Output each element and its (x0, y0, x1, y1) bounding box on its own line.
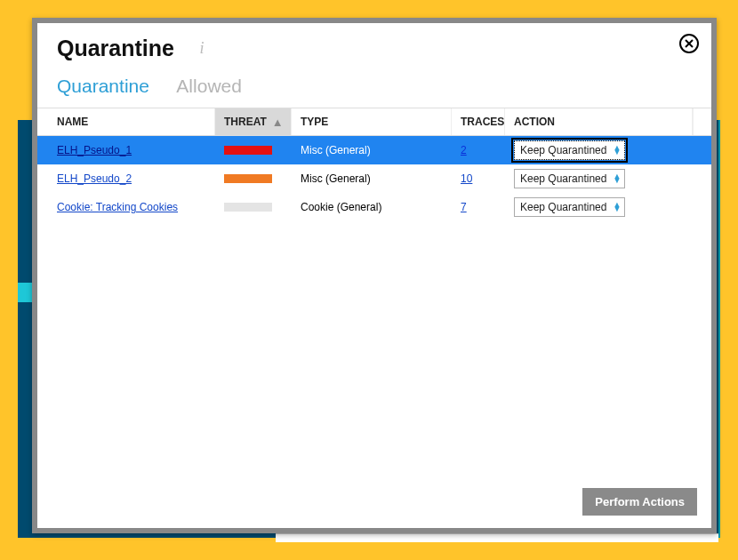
action-select-label: Keep Quarantined (520, 144, 606, 156)
modal-title: Quarantine (57, 36, 174, 61)
tab-allowed[interactable]: Allowed (176, 76, 242, 102)
action-select[interactable]: Keep Quarantined▲▼ (514, 169, 625, 188)
perform-actions-button[interactable]: Perform Actions (582, 488, 697, 516)
column-header-name-label: NAME (57, 116, 88, 128)
cell-threat (215, 174, 292, 183)
modal-header: Quarantine i (37, 23, 711, 68)
cell-traces: 2 (452, 144, 505, 156)
tab-bar: Quarantine Allowed (37, 68, 711, 102)
cell-name: ELH_Pseudo_1 (37, 144, 215, 156)
column-header-threat-label: THREAT (224, 116, 267, 128)
column-header-action-label: ACTION (514, 116, 555, 128)
cell-action: Keep Quarantined▲▼ (505, 169, 694, 188)
info-icon[interactable]: i (199, 39, 204, 58)
threat-name-link[interactable]: Cookie: Tracking Cookies (57, 201, 178, 213)
column-header-name[interactable]: NAME (37, 108, 215, 135)
action-select-label: Keep Quarantined (520, 172, 606, 185)
traces-link[interactable]: 10 (461, 172, 472, 185)
tab-quarantine[interactable]: Quarantine (57, 76, 149, 102)
column-header-traces-label: TRACES (461, 116, 504, 128)
action-select[interactable]: Keep Quarantined▲▼ (514, 197, 625, 217)
select-arrows-icon: ▲▼ (613, 203, 621, 212)
select-arrows-icon: ▲▼ (613, 146, 621, 155)
cell-type: Misc (General) (292, 172, 452, 185)
cell-traces: 7 (452, 201, 505, 213)
cell-action: Keep Quarantined▲▼ (505, 140, 694, 160)
column-header-threat[interactable]: THREAT ▲ (215, 108, 292, 135)
threat-name-link[interactable]: ELH_Pseudo_1 (57, 144, 132, 156)
threat-name-link[interactable]: ELH_Pseudo_2 (57, 172, 132, 185)
threat-level-bar (224, 146, 272, 155)
column-header-type-label: TYPE (301, 116, 328, 128)
column-header-tail (693, 108, 711, 135)
column-header-action[interactable]: ACTION (505, 108, 693, 135)
cell-name: Cookie: Tracking Cookies (37, 201, 215, 213)
table-row[interactable]: ELH_Pseudo_2Misc (General)10Keep Quarant… (37, 164, 711, 193)
column-header-traces[interactable]: TRACES (452, 108, 505, 135)
traces-link[interactable]: 2 (461, 144, 467, 156)
cell-type: Cookie (General) (292, 201, 452, 213)
table-row[interactable]: Cookie: Tracking CookiesCookie (General)… (37, 193, 711, 221)
cell-type: Misc (General) (292, 144, 452, 156)
action-select-label: Keep Quarantined (520, 201, 606, 213)
column-header-type[interactable]: TYPE (292, 108, 452, 135)
close-icon (685, 39, 694, 48)
threat-level-bar (224, 174, 272, 183)
table-body: ELH_Pseudo_1Misc (General)2Keep Quaranti… (37, 136, 711, 221)
cell-threat (215, 146, 292, 155)
traces-link[interactable]: 7 (461, 201, 467, 213)
threat-level-bar (224, 203, 272, 212)
action-select[interactable]: Keep Quarantined▲▼ (514, 140, 625, 160)
table-header-row: NAME THREAT ▲ TYPE TRACES ACTION (37, 108, 711, 136)
cell-name: ELH_Pseudo_2 (37, 172, 215, 185)
table-row[interactable]: ELH_Pseudo_1Misc (General)2Keep Quaranti… (37, 136, 711, 164)
sort-ascending-icon: ▲ (272, 116, 284, 128)
app-bottom-strip (276, 533, 718, 542)
select-arrows-icon: ▲▼ (613, 174, 621, 183)
cell-traces: 10 (452, 172, 505, 185)
cell-threat (215, 203, 292, 212)
cell-action: Keep Quarantined▲▼ (505, 197, 694, 217)
results-table: NAME THREAT ▲ TYPE TRACES ACTION ELH_Pse… (37, 108, 711, 221)
quarantine-modal: Quarantine i Quarantine Allowed NAME THR… (32, 18, 717, 533)
app-sidebar-accent (18, 283, 32, 302)
close-button[interactable] (679, 34, 699, 53)
